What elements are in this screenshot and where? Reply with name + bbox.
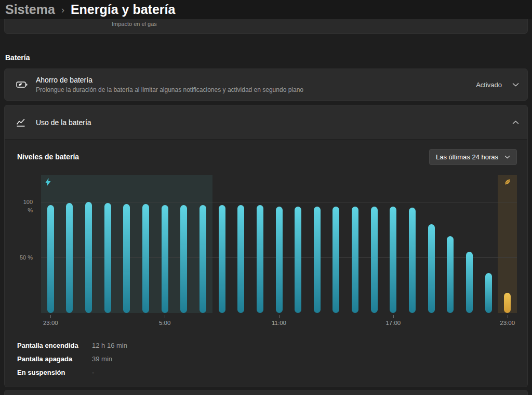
battery-level-bar — [219, 205, 225, 313]
stat-label: En suspensión — [17, 369, 92, 376]
battery-level-bar — [162, 205, 168, 313]
battery-level-bar — [237, 205, 244, 313]
dropdown-chevron-icon — [504, 155, 510, 159]
battery-level-bar — [428, 224, 435, 313]
battery-level-bar — [314, 207, 321, 313]
settings-page: Sistema › Energía y batería Impacto en e… — [0, 0, 532, 395]
battery-level-bar — [332, 207, 339, 313]
battery-level-bar — [371, 207, 378, 313]
battery-level-bar — [180, 205, 187, 313]
battery-level-bar — [85, 202, 92, 313]
stat-label: Pantalla encendida — [17, 342, 92, 349]
stat-row-sleep: En suspensión - — [17, 368, 517, 377]
battery-level-bar — [104, 203, 111, 313]
battery-level-bar — [466, 252, 473, 313]
battery-level-bar-saver — [504, 293, 511, 313]
battery-level-bar — [447, 236, 454, 313]
page-title: Energía y batería — [71, 2, 175, 17]
section-title-battery: Batería — [5, 53, 528, 62]
time-range-value: Las últimas 24 horas — [436, 153, 498, 161]
stat-value: 12 h 16 min — [92, 342, 127, 349]
y-axis-label-100: 100 % — [17, 198, 33, 214]
battery-levels-label: Niveles de batería — [17, 153, 79, 161]
clipped-previous-card: Impacto en el gas — [4, 19, 528, 34]
x-axis-tick — [393, 315, 394, 318]
chevron-up-icon[interactable] — [512, 120, 519, 125]
stat-value: - — [92, 369, 94, 376]
battery-saver-status: Activado — [476, 81, 502, 89]
breadcrumb-separator-icon: › — [61, 4, 64, 16]
battery-level-bar — [390, 207, 396, 313]
battery-saver-card[interactable]: Ahorro de batería Prolongue la duración … — [4, 69, 528, 101]
battery-level-bar — [485, 273, 492, 313]
stat-row-screen-on: Pantalla encendida 12 h 16 min — [17, 341, 517, 350]
y-axis-label-50: 50 % — [17, 253, 33, 262]
chevron-down-icon[interactable] — [512, 83, 519, 87]
time-range-dropdown[interactable]: Las últimas 24 horas — [429, 149, 517, 165]
battery-level-bar — [257, 205, 263, 313]
battery-level-bar — [352, 207, 358, 313]
battery-usage-chart-icon — [16, 118, 29, 127]
x-axis-tick — [279, 315, 280, 318]
stat-row-screen-off: Pantalla apagada 39 min — [17, 355, 517, 363]
battery-saver-title: Ahorro de batería — [36, 76, 303, 84]
x-axis-label: 5:00 — [159, 320, 170, 326]
bars-container — [41, 175, 517, 313]
battery-level-bar — [47, 205, 54, 313]
usage-stats: Pantalla encendida 12 h 16 min Pantalla … — [17, 341, 517, 377]
x-axis-tick — [165, 315, 165, 318]
battery-usage-title: Uso de la batería — [36, 118, 91, 127]
x-axis-tick — [508, 315, 508, 318]
battery-level-bar — [276, 207, 283, 313]
battery-level-bar — [142, 204, 149, 313]
breadcrumb: Sistema › Energía y batería — [0, 0, 532, 19]
battery-level-bar — [200, 205, 206, 313]
battery-saver-icon — [16, 80, 29, 89]
battery-usage-card: Uso de la batería Niveles de batería Las… — [4, 105, 528, 387]
stat-value: 39 min — [92, 355, 112, 363]
battery-level-bar — [66, 203, 73, 313]
x-axis-label: 23:00 — [500, 320, 515, 326]
x-axis-label: 23:00 — [43, 320, 58, 326]
clipped-card-text: Impacto en el gas — [112, 21, 157, 27]
chart-plot-area — [41, 175, 517, 313]
battery-level-bar — [409, 208, 416, 313]
next-card-clipped-edge — [4, 390, 528, 395]
battery-level-chart: 100 % 50 % — [17, 175, 517, 329]
battery-usage-content: Niveles de batería Las últimas 24 horas … — [5, 139, 527, 387]
breadcrumb-root[interactable]: Sistema — [5, 2, 55, 17]
x-axis-label: 11:00 — [272, 320, 286, 326]
x-axis-label: 17:00 — [385, 320, 401, 326]
battery-level-bar — [295, 207, 301, 313]
x-axis: 23:005:0011:0017:0023:00 — [41, 315, 517, 329]
battery-usage-header[interactable]: Uso de la batería — [5, 105, 527, 139]
battery-level-bar — [123, 204, 130, 313]
x-axis-tick — [50, 315, 51, 318]
stat-label: Pantalla apagada — [17, 355, 92, 363]
battery-saver-description: Prolongue la duración de la batería al l… — [36, 86, 303, 93]
